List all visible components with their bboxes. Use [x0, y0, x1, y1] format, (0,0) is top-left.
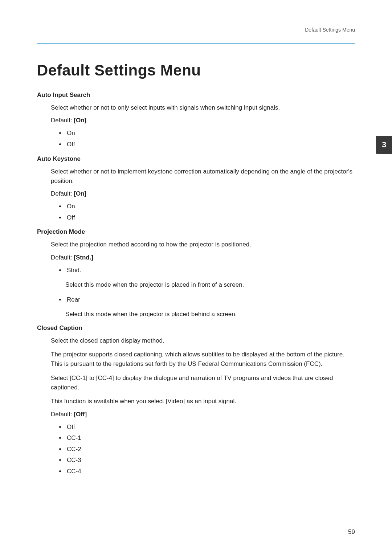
- header: Default Settings Menu: [37, 33, 355, 41]
- chapter-tab: 3: [376, 136, 392, 154]
- default-value: [Stnd.]: [74, 254, 93, 261]
- option-item: CC-4: [65, 466, 355, 477]
- section-heading-auto-input-search: Auto Input Search: [37, 91, 355, 99]
- header-rule: [37, 43, 355, 44]
- default-line: Default: [On]: [51, 190, 355, 197]
- section-desc: Select whether or not to implement keyst…: [51, 167, 355, 186]
- default-value: [Off]: [74, 411, 87, 418]
- section-desc: The projector supports closed captioning…: [51, 350, 355, 369]
- running-head: Default Settings Menu: [305, 27, 355, 33]
- option-item: Off: [65, 422, 355, 433]
- section-desc: This function is available when you sele…: [51, 397, 355, 406]
- option-list: On Off: [65, 201, 355, 223]
- section-desc: Select [CC-1] to [CC-4] to display the d…: [51, 373, 355, 393]
- default-line: Default: [Stnd.]: [51, 254, 355, 261]
- option-item: Off: [65, 212, 355, 224]
- option-item: CC-1: [65, 433, 355, 444]
- option-item: Rear: [65, 294, 355, 306]
- option-desc: Select this mode when the projector is p…: [65, 280, 355, 290]
- option-item: On: [65, 201, 355, 212]
- section-desc: Select the projection method according t…: [51, 240, 355, 249]
- page-number: 59: [348, 528, 355, 536]
- default-label: Default:: [51, 411, 74, 418]
- option-item: CC-2: [65, 444, 355, 455]
- page: Default Settings Menu 3 Default Settings…: [0, 0, 392, 556]
- chapter-tab-label: 3: [382, 140, 386, 150]
- section-desc: Select the closed caption display method…: [51, 336, 355, 346]
- option-list: Rear: [65, 294, 355, 306]
- default-line: Default: [Off]: [51, 411, 355, 418]
- section-heading-projection-mode: Projection Mode: [37, 228, 355, 236]
- option-item: Off: [65, 139, 355, 150]
- option-list: On Off: [65, 128, 355, 150]
- default-label: Default:: [51, 254, 74, 261]
- option-item: CC-3: [65, 455, 355, 466]
- default-label: Default:: [51, 117, 74, 124]
- option-item: On: [65, 128, 355, 139]
- option-list: Stnd.: [65, 265, 355, 276]
- default-value: [On]: [74, 190, 86, 197]
- option-desc: Select this mode when the projector is p…: [65, 310, 355, 319]
- default-value: [On]: [74, 117, 86, 124]
- option-list: Off CC-1 CC-2 CC-3 CC-4: [65, 422, 355, 477]
- section-heading-auto-keystone: Auto Keystone: [37, 155, 355, 163]
- page-title: Default Settings Menu: [37, 62, 355, 79]
- section-desc: Select whether or not to only select inp…: [51, 103, 355, 113]
- default-line: Default: [On]: [51, 117, 355, 124]
- option-item: Stnd.: [65, 265, 355, 276]
- default-label: Default:: [51, 190, 74, 197]
- section-heading-closed-caption: Closed Caption: [37, 324, 355, 332]
